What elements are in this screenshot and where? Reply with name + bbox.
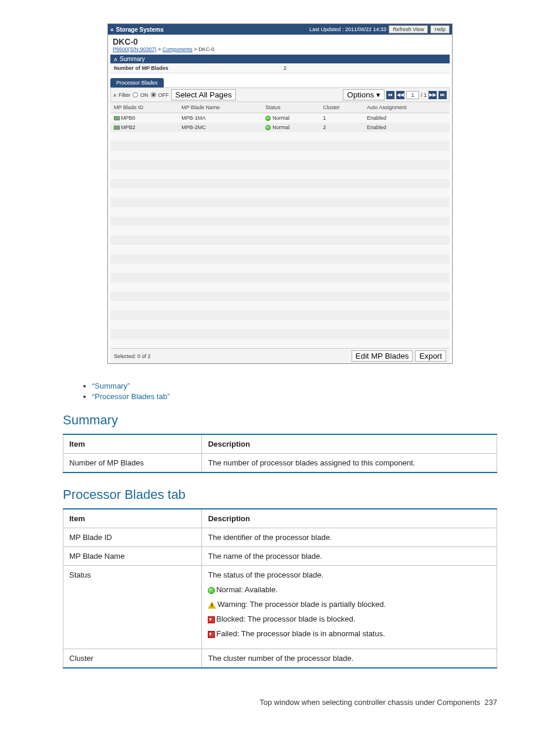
table-row-empty	[110, 320, 450, 329]
table-footer: Selected: 0 of 2 Edit MP Blades Export	[110, 348, 450, 363]
screenshot-container: «Storage Systems Last Updated : 2011/06/…	[107, 23, 453, 364]
table-row-empty	[110, 273, 450, 282]
filter-on-label: ON	[140, 92, 149, 98]
summary-table: Item Description Number of MP Blades The…	[63, 434, 497, 473]
table-row-empty	[110, 132, 450, 141]
row-item: MP Blade ID	[63, 528, 202, 547]
table-row-empty	[110, 198, 450, 207]
normal-icon	[208, 587, 215, 594]
table-row-empty	[110, 179, 450, 188]
options-button[interactable]: Options ▾	[343, 89, 384, 100]
summary-row-label: Number of MP Blades	[110, 63, 280, 73]
status-normal-icon	[265, 116, 271, 121]
processor-blades-heading: Processor Blades tab	[63, 487, 497, 502]
tab-processor-blades[interactable]: Processor Blades	[110, 78, 164, 87]
failed-icon	[208, 631, 215, 638]
col-mp-blade-id[interactable]: MP Blade ID	[110, 102, 178, 113]
page-number-input[interactable]: 1	[406, 91, 419, 99]
table-row-empty	[110, 245, 450, 254]
edit-mp-blades-button[interactable]: Edit MP Blades	[352, 350, 413, 362]
col-cluster[interactable]: Cluster	[319, 102, 363, 113]
breadcrumb-current: DKC-0	[198, 46, 214, 52]
page-next-icon[interactable]: ▶▶	[429, 91, 437, 99]
chevron-left-icon: «	[110, 26, 114, 33]
table-row-empty	[110, 188, 450, 198]
row-desc: The identifier of the processor blade.	[202, 528, 497, 547]
topbar-title: «Storage Systems	[110, 26, 164, 33]
table-row-empty	[110, 226, 450, 235]
processor-blades-doc-table: Item Description MP Blade ID The identif…	[63, 508, 497, 669]
warning-icon	[208, 602, 216, 609]
filter-on-radio[interactable]	[133, 92, 138, 97]
list-item: “Processor Blades tab”	[92, 392, 497, 401]
table-row-empty	[110, 264, 450, 273]
col-mp-blade-name[interactable]: MP Blade Name	[178, 102, 262, 113]
page-total-label: / 1	[421, 92, 427, 98]
screenshot-topbar: «Storage Systems Last Updated : 2011/06/…	[108, 24, 452, 35]
table-row[interactable]: MPB0MPB-1MANormal1Enabled	[110, 113, 450, 123]
blade-icon	[114, 126, 120, 130]
blade-icon	[114, 116, 120, 120]
page-first-icon[interactable]: ⏮	[386, 91, 394, 99]
table-row-empty	[110, 292, 450, 301]
row-desc: The cluster number of the processor blad…	[202, 649, 497, 669]
breadcrumb: P9500(S/N:90307) > Components > DKC-0	[108, 46, 452, 55]
bullet-list: “Summary” “Processor Blades tab”	[63, 382, 497, 401]
table-row-empty	[110, 235, 450, 245]
row-desc: The name of the processor blade.	[202, 547, 497, 566]
row-item: MP Blade Name	[63, 547, 202, 566]
refresh-view-button[interactable]: Refresh View	[389, 25, 428, 33]
filter-off-radio[interactable]	[151, 92, 156, 97]
table-toolbar: ʌ Filter ON OFF Select All Pages Options…	[110, 87, 450, 102]
th-description: Description	[202, 434, 497, 454]
table-row-empty	[110, 160, 450, 170]
table-row-empty	[110, 207, 450, 217]
table-row-empty	[110, 301, 450, 310]
summary-row: Number of MP Blades 2	[110, 63, 450, 73]
table-row-empty	[110, 282, 450, 292]
table-row-empty	[110, 254, 450, 264]
page-last-icon[interactable]: ⏭	[438, 91, 447, 99]
doc-content: “Summary” “Processor Blades tab” Summary…	[63, 382, 497, 669]
table-row-empty	[110, 217, 450, 226]
blocked-icon	[208, 616, 215, 623]
summary-heading: Summary	[63, 413, 497, 428]
table-row-empty	[110, 339, 450, 348]
summary-desc: The number of processor blades assigned …	[202, 454, 497, 473]
th-item: Item	[63, 434, 202, 454]
col-auto-assignment[interactable]: Auto Assignment	[363, 102, 450, 113]
table-row[interactable]: MPB2MPB-2MCNormal2Enabled	[110, 123, 450, 132]
last-updated-label: Last Updated : 2011/06/22 14:33	[309, 26, 386, 32]
collapse-icon[interactable]: ʌ	[114, 56, 117, 62]
page-title: DKC-0	[108, 35, 452, 46]
processor-blades-table: MP Blade ID MP Blade Name Status Cluster…	[110, 102, 450, 348]
collapse-icon[interactable]: ʌ	[113, 92, 116, 98]
summary-item: Number of MP Blades	[63, 454, 202, 473]
help-button[interactable]: Help	[430, 25, 450, 33]
selected-count-label: Selected: 0 of 2	[114, 353, 151, 359]
select-all-pages-button[interactable]: Select All Pages	[171, 89, 236, 100]
filter-label: Filter	[119, 92, 130, 98]
row-item: Cluster	[63, 649, 202, 669]
status-normal-icon	[265, 125, 271, 130]
table-row-empty	[110, 151, 450, 160]
page-prev-icon[interactable]: ◀◀	[396, 91, 404, 99]
summary-section-header: ʌ Summary	[110, 55, 450, 63]
table-row-empty	[110, 141, 450, 151]
table-row-empty	[110, 310, 450, 320]
filter-off-label: OFF	[158, 92, 169, 98]
row-item: Status	[63, 566, 202, 649]
table-row-empty	[110, 170, 450, 179]
col-status[interactable]: Status	[262, 102, 319, 113]
page-footer: Top window when selecting controller cha…	[63, 698, 497, 707]
table-row-empty	[110, 329, 450, 339]
th-item: Item	[63, 509, 202, 528]
summary-row-value: 2	[280, 63, 450, 73]
row-desc: The status of the processor blade. Norma…	[202, 566, 497, 649]
breadcrumb-link-1[interactable]: P9500(S/N:90307)	[113, 46, 157, 52]
export-button[interactable]: Export	[415, 350, 446, 362]
breadcrumb-link-2[interactable]: Components	[163, 46, 193, 52]
th-description: Description	[202, 509, 497, 528]
list-item: “Summary”	[92, 382, 497, 390]
